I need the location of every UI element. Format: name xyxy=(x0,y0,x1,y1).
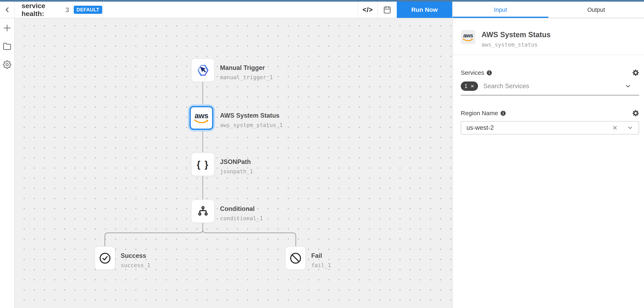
info-icon[interactable] xyxy=(486,70,492,76)
region-label-row: Region Name xyxy=(461,110,639,116)
node-conditional[interactable] xyxy=(191,199,215,223)
panel-tabs: Input Output xyxy=(452,2,644,18)
workflow-canvas[interactable]: Manual Trigger manual_trigger_1 aws AWS … xyxy=(15,18,452,308)
tab-input[interactable]: Input xyxy=(453,2,548,18)
plus-icon xyxy=(3,24,11,32)
chevron-down-icon[interactable] xyxy=(624,83,632,90)
node-label-group: JSONPath jsonpath_1 xyxy=(220,158,253,174)
node-success[interactable] xyxy=(94,246,116,270)
code-icon: </> xyxy=(363,6,373,14)
node-id: conditional_1 xyxy=(220,215,263,222)
region-value: us-west-2 xyxy=(466,124,494,132)
services-gear-button[interactable] xyxy=(632,69,639,76)
gear-icon xyxy=(3,60,12,69)
block-header: aws AWS System Status aws_system_status xyxy=(461,30,639,48)
connector-line xyxy=(202,130,203,153)
conditional-icon xyxy=(197,206,209,217)
connector-line xyxy=(202,176,203,200)
folder-icon xyxy=(3,42,12,50)
chevron-down-icon[interactable] xyxy=(627,124,634,131)
success-check-icon xyxy=(99,252,111,264)
node-id: fail_1 xyxy=(311,262,331,268)
run-now-button[interactable]: Run Now xyxy=(397,2,452,18)
manual-trigger-icon xyxy=(196,64,210,76)
node-id: manual_trigger_1 xyxy=(220,74,273,80)
clear-icon[interactable] xyxy=(612,125,618,131)
node-label-group: Success success_1 xyxy=(121,252,150,268)
services-select[interactable]: 1 Search Services xyxy=(461,82,639,96)
services-field: Services 1 Search Services xyxy=(461,69,639,96)
braces-icon: { } xyxy=(197,159,209,170)
remove-selection-icon[interactable] xyxy=(470,84,474,88)
node-id: jsonpath_1 xyxy=(220,168,253,174)
services-search-placeholder: Search Services xyxy=(483,82,529,90)
region-combobox[interactable]: us-west-2 xyxy=(461,121,639,134)
region-label: Region Name xyxy=(461,110,498,116)
main-area: Manual Trigger manual_trigger_1 aws AWS … xyxy=(0,18,644,308)
add-block-button[interactable] xyxy=(3,24,12,32)
header-spacer xyxy=(102,2,358,18)
node-title: Conditional xyxy=(220,206,263,212)
playbook-title: service health: xyxy=(22,2,62,18)
node-id: aws_system_status_1 xyxy=(220,122,283,128)
connector-line xyxy=(202,82,203,106)
files-button[interactable] xyxy=(3,42,12,51)
node-fail[interactable] xyxy=(285,246,306,270)
region-field: Region Name us-west-2 xyxy=(461,110,639,134)
node-label-group: Manual Trigger manual_trigger_1 xyxy=(220,64,273,80)
aws-app-icon: aws xyxy=(461,30,476,44)
services-label-row: Services xyxy=(461,69,639,76)
node-label-group: Fail fail_1 xyxy=(311,252,331,268)
node-title: Success xyxy=(121,252,150,259)
block-title: AWS System Status xyxy=(482,30,550,39)
playbook-title-area: service health: 3 DEFAULT xyxy=(15,2,102,18)
calendar-icon xyxy=(383,6,391,14)
gear-icon xyxy=(632,110,639,116)
node-manual-trigger[interactable] xyxy=(191,58,215,82)
node-title: Manual Trigger xyxy=(220,64,273,71)
input-panel: aws AWS System Status aws_system_status … xyxy=(452,18,644,308)
node-title: Fail xyxy=(311,252,331,259)
node-title: JSONPath xyxy=(220,158,253,166)
selected-count: 1 xyxy=(464,83,468,90)
settings-button[interactable] xyxy=(3,60,12,69)
info-icon[interactable] xyxy=(500,110,506,116)
node-jsonpath[interactable]: { } xyxy=(191,152,215,176)
header-bar: service health: 3 DEFAULT </> Run Now In… xyxy=(0,2,644,18)
playbook-version: 3 xyxy=(66,6,69,14)
node-title: AWS System Status xyxy=(220,112,283,119)
code-view-button[interactable]: </> xyxy=(358,2,377,18)
node-label-group: Conditional conditional_1 xyxy=(220,206,263,222)
node-id: success_1 xyxy=(121,262,150,268)
block-type: aws_system_status xyxy=(482,42,550,48)
tab-output[interactable]: Output xyxy=(548,2,644,18)
panel-divider xyxy=(453,55,644,55)
block-header-text: AWS System Status aws_system_status xyxy=(482,30,550,48)
selected-count-pill[interactable]: 1 xyxy=(461,82,478,91)
node-label-group: AWS System Status aws_system_status_1 xyxy=(220,112,283,128)
gear-icon xyxy=(632,69,639,76)
services-label: Services xyxy=(461,69,484,76)
default-badge: DEFAULT xyxy=(74,6,102,14)
schedule-button[interactable] xyxy=(377,2,397,18)
top-accent-strip xyxy=(0,0,644,2)
region-gear-button[interactable] xyxy=(632,110,639,116)
fail-slash-icon xyxy=(290,252,302,264)
back-button[interactable] xyxy=(0,2,15,18)
node-aws-system-status[interactable]: aws xyxy=(190,106,213,130)
aws-icon: aws xyxy=(194,112,209,124)
chevron-left-icon xyxy=(3,6,11,14)
left-toolbar xyxy=(0,18,15,308)
